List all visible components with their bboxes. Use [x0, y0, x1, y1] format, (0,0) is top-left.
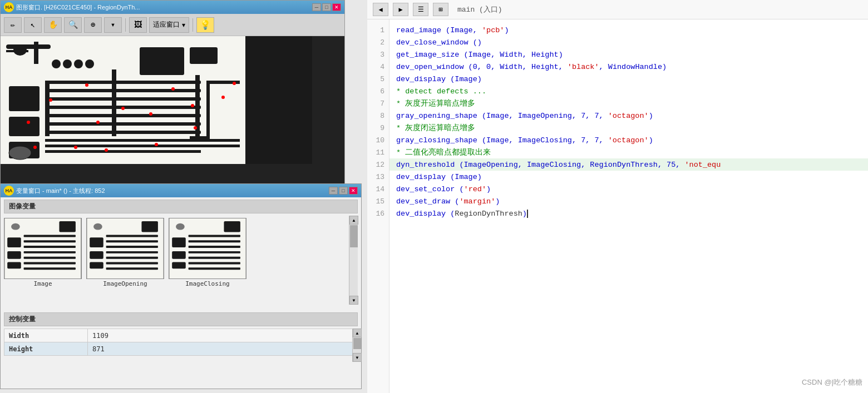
table-row[interactable]: Width 1109: [4, 329, 358, 342]
zoom-tool-button[interactable]: 🔍: [64, 17, 82, 33]
zoom-dropdown-button[interactable]: ▾: [104, 17, 122, 33]
svg-rect-71: [106, 262, 158, 265]
svg-rect-15: [112, 69, 116, 136]
code-line-9[interactable]: * 灰度闭运算暗点增多: [389, 122, 868, 134]
svg-rect-59: [59, 221, 75, 232]
code-line-6[interactable]: * detect defects ...: [389, 85, 868, 97]
table-row[interactable]: Height 871: [4, 342, 358, 356]
svg-rect-26: [45, 150, 201, 153]
code-text-10: gray_closing_shape (Image, ImageClosing,…: [396, 136, 653, 145]
code-text-8: gray_opening_shape (Image, ImageOpening,…: [396, 112, 653, 120]
svg-point-40: [74, 146, 77, 149]
code-content[interactable]: read_image (Image, 'pcb') dev_close_wind…: [389, 19, 868, 393]
control-scroll-down[interactable]: ▼: [353, 353, 362, 362]
code-line-1[interactable]: read_image (Image, 'pcb'): [389, 24, 868, 36]
back-button[interactable]: ◀: [373, 3, 388, 16]
control-scroll-up[interactable]: ▲: [353, 329, 362, 337]
image-capture-button[interactable]: 🖼: [129, 17, 147, 33]
line-num-14: 14: [367, 183, 389, 195]
code-text-5: dev_display (Image): [396, 75, 482, 83]
var-window-title: 变量窗口 - main* () - 主线程: 852: [16, 187, 105, 195]
line-num-3: 3: [367, 48, 389, 61]
var-maximize-button[interactable]: □: [339, 187, 348, 195]
code-line-5[interactable]: dev_display (Image): [389, 73, 868, 85]
svg-rect-57: [24, 262, 76, 265]
image-scrollbar[interactable]: ▲ ▼: [349, 216, 358, 305]
control-scrollbar[interactable]: ▲ ▼: [352, 329, 361, 362]
minimize-button[interactable]: ─: [312, 3, 321, 11]
light-bulb-button[interactable]: 💡: [196, 17, 214, 33]
list-view-button[interactable]: ☰: [413, 3, 428, 16]
svg-point-61: [11, 223, 20, 230]
control-scroll-thumb[interactable]: [353, 338, 361, 349]
titlebar-controls[interactable]: ─ □ ✕: [312, 3, 341, 11]
svg-point-44: [194, 126, 197, 130]
svg-rect-12: [45, 122, 201, 126]
code-line-14[interactable]: dev_set_color ('red'): [389, 183, 868, 195]
svg-rect-30: [140, 47, 184, 75]
code-text-7: * 灰度开运算暗点增多: [396, 98, 475, 108]
scroll-thumb[interactable]: [350, 225, 358, 247]
thumbnail-image-label: Image: [33, 280, 52, 287]
grid-view-button[interactable]: ⊞: [433, 3, 448, 16]
code-line-13[interactable]: dev_display (Image): [389, 171, 868, 183]
code-text-6: * detect defects ...: [396, 87, 486, 96]
zoom-in-button[interactable]: ⊕: [84, 17, 102, 33]
scroll-down-button[interactable]: ▼: [349, 296, 358, 305]
var-name-width: Width: [4, 329, 88, 342]
var-titlebar-controls[interactable]: ─ □ ✕: [329, 187, 358, 195]
svg-rect-51: [7, 262, 21, 269]
edit-tool-button[interactable]: ✏: [4, 17, 22, 33]
svg-rect-82: [189, 251, 240, 253]
svg-point-87: [176, 223, 185, 230]
image-thumbnails: Image: [4, 216, 358, 290]
svg-rect-22: [9, 117, 40, 136]
code-editor[interactable]: 1 2 3 4 5 6 7 8 9 10 11 12 13 14 15 16 r…: [367, 19, 868, 393]
svg-rect-24: [45, 139, 240, 142]
svg-point-35: [96, 121, 100, 124]
code-line-3[interactable]: get_image_size (Image, Width, Height): [389, 48, 868, 61]
code-line-8[interactable]: gray_opening_shape (Image, ImageOpening,…: [389, 110, 868, 122]
thumbnail-opening[interactable]: ImageOpening: [86, 218, 164, 287]
code-line-2[interactable]: dev_close_window (): [389, 36, 868, 48]
code-line-7[interactable]: * 灰度开运算暗点增多: [389, 97, 868, 110]
svg-point-38: [191, 104, 194, 107]
var-minimize-button[interactable]: ─: [329, 187, 338, 195]
close-button[interactable]: ✕: [332, 3, 341, 11]
code-text-2: dev_close_window (): [396, 38, 482, 47]
scroll-up-button[interactable]: ▲: [349, 216, 358, 225]
watermark: CSDN @|吃个糖糖: [802, 377, 862, 387]
code-line-4[interactable]: dev_open_window (0, 0, Width, Height, 'b…: [389, 61, 868, 73]
variable-window: HA 变量窗口 - main* () - 主线程: 852 ─ □ ✕ 图像变量: [0, 183, 362, 389]
svg-point-32: [49, 98, 52, 102]
image-canvas: [1, 36, 344, 188]
svg-rect-58: [24, 267, 76, 270]
svg-rect-81: [189, 246, 240, 248]
image-window-titlebar: HA 图形窗口. [H26C021CE450] - RegionDynTh...…: [1, 1, 344, 14]
line-numbers: 1 2 3 4 5 6 7 8 9 10 11 12 13 14 15 16: [367, 19, 389, 393]
forward-button[interactable]: ▶: [393, 3, 408, 16]
code-line-12[interactable]: ▶ dyn_threshold (ImageOpening, ImageClos…: [389, 158, 868, 171]
fit-window-dropdown[interactable]: 适应窗口 ▾: [149, 17, 189, 33]
code-text-9: * 灰度闭运算暗点增多: [396, 123, 475, 133]
thumbnail-closing[interactable]: ImageClosing: [169, 218, 246, 287]
thumbnail-image[interactable]: Image: [4, 218, 82, 287]
svg-rect-69: [106, 251, 158, 253]
code-line-15[interactable]: dev_set_draw ('margin'): [389, 195, 868, 207]
code-line-10[interactable]: gray_closing_shape (Image, ImageClosing,…: [389, 134, 868, 146]
thumbnail-closing-label: ImageClosing: [185, 280, 229, 287]
code-text-11: * 二值化亮暗点都提取出来: [396, 147, 491, 157]
code-line-16[interactable]: ▶ dev_display (RegionDynThresh): [389, 207, 868, 220]
svg-rect-54: [24, 246, 76, 248]
svg-rect-8: [45, 89, 201, 92]
code-text-14: dev_set_color ('red'): [396, 185, 491, 193]
maximize-button[interactable]: □: [322, 3, 331, 11]
hand-tool-button[interactable]: ✋: [44, 17, 62, 33]
svg-point-43: [33, 146, 37, 149]
code-line-11[interactable]: * 二值化亮暗点都提取出来: [389, 146, 868, 158]
image-window: HA 图形窗口. [H26C021CE450] - RegionDynTh...…: [0, 0, 345, 189]
svg-rect-49: [7, 237, 21, 247]
var-close-button[interactable]: ✕: [349, 187, 358, 195]
svg-rect-77: [172, 251, 186, 259]
select-tool-button[interactable]: ↖: [24, 17, 42, 33]
